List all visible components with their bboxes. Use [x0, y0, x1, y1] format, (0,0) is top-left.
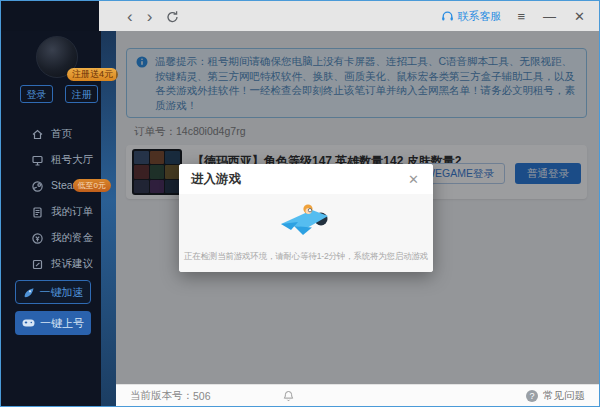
- sidebar-item-label: 租号大厅: [51, 153, 93, 167]
- contact-support-button[interactable]: 联系客服: [441, 9, 502, 24]
- home-icon: [31, 128, 44, 141]
- faq-button[interactable]: ? 常见问题: [526, 389, 585, 403]
- funds-icon: [31, 232, 44, 245]
- headset-icon: [441, 10, 454, 22]
- question-icon: ?: [526, 390, 538, 402]
- browser-nav: ‹ ›: [125, 8, 181, 25]
- boost-button[interactable]: 一键加速: [15, 280, 91, 304]
- hall-icon: [31, 154, 44, 167]
- modal-header: 进入游戏 ✕: [179, 164, 433, 194]
- close-icon[interactable]: ✕: [572, 9, 587, 24]
- sidebar-item-my-orders[interactable]: 我的订单: [1, 199, 116, 225]
- sidebar-item-label: 我的资金: [51, 231, 93, 245]
- version-value: 506: [193, 390, 211, 402]
- modal-message: 正在检测当前游戏环境，请耐心等待1-2分钟，系统将为您启动游戏: [179, 251, 433, 263]
- titlebar-sidebar-cap: [1, 1, 99, 31]
- auth-buttons: 登录 注册: [1, 85, 120, 103]
- gamepad-icon: [22, 318, 35, 328]
- sidebar-item-label: 我的订单: [51, 205, 93, 219]
- steam-icon: [31, 180, 44, 193]
- refresh-icon[interactable]: [164, 10, 181, 23]
- sidebar-item-my-funds[interactable]: 我的资金: [1, 225, 116, 251]
- steam-promo-badge: 低至0元: [73, 179, 111, 192]
- app-window: ‹ › 联系客服 ≡ — ✕ 注册送4元: [0, 0, 600, 407]
- sidebar-item-home[interactable]: 首页: [1, 121, 116, 147]
- modal-close-icon[interactable]: ✕: [406, 171, 421, 188]
- boost-button-label: 一键加速: [40, 285, 84, 300]
- login-button[interactable]: 登录: [20, 85, 53, 103]
- statusbar: 当前版本号：506 ? 常见问题: [116, 384, 599, 406]
- titlebar: ‹ › 联系客服 ≡ — ✕: [1, 1, 599, 31]
- back-icon[interactable]: ‹: [125, 8, 135, 25]
- modal-body: 正在检测当前游戏环境，请耐心等待1-2分钟，系统将为您启动游戏: [179, 194, 433, 272]
- rocket-icon: [23, 286, 35, 298]
- sidebar-item-steam[interactable]: Steam专区 低至0元: [1, 173, 116, 199]
- orders-icon: [31, 206, 44, 219]
- sidebar-item-feedback[interactable]: 投诉建议: [1, 251, 116, 277]
- forward-icon[interactable]: ›: [145, 8, 155, 25]
- menu-icon[interactable]: ≡: [516, 9, 528, 24]
- sidebar-item-label: 首页: [51, 127, 72, 141]
- sidebar-item-rental-hall[interactable]: 租号大厅: [1, 147, 116, 173]
- sidebar: 注册送4元 登录 注册 首页 租号大厅 Steam专: [1, 31, 116, 406]
- enter-game-modal: 进入游戏 ✕ 正在检测当前游戏环境，请耐心等待1-2分钟，系统将为您启动游戏: [179, 164, 433, 272]
- plane-illustration: [278, 201, 334, 237]
- feedback-icon: [31, 258, 44, 271]
- notification-bell-icon[interactable]: [283, 390, 294, 402]
- minimize-icon[interactable]: —: [541, 9, 558, 24]
- register-button[interactable]: 注册: [65, 85, 98, 103]
- faq-label: 常见问题: [543, 389, 585, 403]
- onekey-login-button[interactable]: 一键上号: [15, 311, 91, 335]
- titlebar-right: 联系客服 ≡ — ✕: [441, 9, 600, 24]
- sidebar-menu: 首页 租号大厅 Steam专区 低至0元 我的订单: [1, 121, 116, 277]
- onekey-login-label: 一键上号: [40, 316, 84, 331]
- version-label: 当前版本号：: [130, 389, 193, 403]
- sidebar-item-label: 投诉建议: [51, 257, 93, 271]
- contact-support-label: 联系客服: [458, 9, 502, 24]
- register-bonus-badge: 注册送4元: [67, 68, 118, 81]
- modal-title: 进入游戏: [191, 171, 241, 188]
